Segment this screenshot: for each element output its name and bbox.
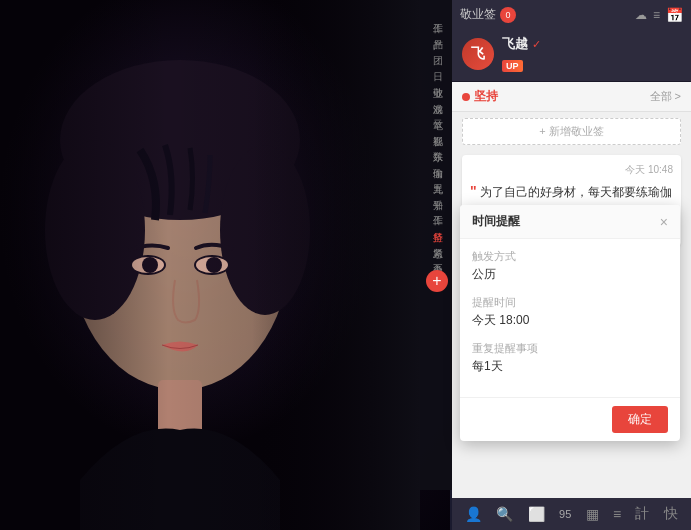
popup-title: 时间提醒 xyxy=(472,213,520,230)
sidebar-item-movie[interactable]: 影视 xyxy=(427,120,447,136)
popup-body: 触发方式 公历 提醒时间 今天 18:00 重复提醒事项 每1天 xyxy=(460,239,680,397)
grid-icon[interactable]: ⬜ xyxy=(524,502,549,526)
quick-icon[interactable]: 快 xyxy=(660,501,682,527)
sidebar-item-persist[interactable]: 坚持 xyxy=(427,216,447,232)
sidebar-item-product[interactable]: 产品 xyxy=(427,24,447,40)
list-icon[interactable]: ≡ xyxy=(609,502,625,526)
notification-badge: 0 xyxy=(500,7,516,23)
sidebar-item-zhihu[interactable]: 知乎 xyxy=(427,184,447,200)
profile-icon[interactable]: 👤 xyxy=(461,502,486,526)
person-image xyxy=(0,0,420,530)
user-name: 飞越 xyxy=(502,35,528,53)
popup-close-button[interactable]: × xyxy=(660,214,668,230)
sidebar-item-urgent[interactable]: 紧急 xyxy=(427,232,447,248)
sidebar-item-team[interactable]: 团 xyxy=(427,40,447,56)
verified-icon: ✓ xyxy=(532,38,541,51)
repeat-label: 重复提醒事项 xyxy=(472,341,668,356)
trigger-row: 触发方式 公历 xyxy=(472,249,668,283)
sidebar-item-work1[interactable]: 工作 xyxy=(427,8,447,24)
sidebar-item-music[interactable]: 数乐 xyxy=(427,136,447,152)
user-bar: 飞 飞越 ✓ UP xyxy=(452,29,691,82)
sidebar-item-jiuli[interactable]: 九里 xyxy=(427,168,447,184)
sidebar-item-day[interactable]: 日 xyxy=(427,56,447,72)
stats-icon[interactable]: 計 xyxy=(631,501,653,527)
user-name-row: 飞越 ✓ xyxy=(502,35,681,53)
menu-icon[interactable]: ≡ xyxy=(653,8,660,22)
trigger-label: 触发方式 xyxy=(472,249,668,264)
add-note-button[interactable]: + 新增敬业签 xyxy=(462,118,681,145)
sidebar-item-game[interactable]: 游戏 xyxy=(427,88,447,104)
sidebar-item-cloud[interactable]: 云笔 xyxy=(427,104,447,120)
repeat-row: 重复提醒事项 每1天 xyxy=(472,341,668,375)
user-info: 飞越 ✓ UP xyxy=(502,35,681,73)
quote-mark: " xyxy=(470,183,477,199)
avatar: 飞 xyxy=(462,38,494,70)
add-category-button[interactable]: + xyxy=(426,270,448,292)
trigger-value[interactable]: 公历 xyxy=(472,266,668,283)
category-dot xyxy=(462,93,470,101)
time-value[interactable]: 今天 18:00 xyxy=(472,312,668,329)
confirm-button[interactable]: 确定 xyxy=(612,406,668,433)
panel-header-left: 敬业签 0 xyxy=(460,6,516,23)
time-row: 提醒时间 今天 18:00 xyxy=(472,295,668,329)
category-label: 坚持 xyxy=(474,88,498,105)
category-tag: 坚持 xyxy=(462,88,498,105)
panel-title: 敬业签 xyxy=(460,6,496,23)
sidebar-item-noturgent[interactable]: 不急 xyxy=(427,248,447,264)
category-bar: 坚持 全部 > xyxy=(452,82,691,112)
all-link[interactable]: 全部 > xyxy=(650,89,681,104)
layout-icon[interactable]: ▦ xyxy=(582,502,603,526)
repeat-value[interactable]: 每1天 xyxy=(472,358,668,375)
up-badge: UP xyxy=(502,60,523,72)
header-icons: ☁ ≡ 📅 xyxy=(635,7,683,23)
panel-header: 敬业签 0 ☁ ≡ 📅 xyxy=(452,0,691,29)
calendar-icon[interactable]: 📅 xyxy=(666,7,683,23)
popup-footer: 确定 xyxy=(460,397,680,441)
bottom-toolbar: 👤 🔍 ⬜ 95 ▦ ≡ 計 快 xyxy=(452,498,691,530)
time-label: 提醒时间 xyxy=(472,295,668,310)
reminder-popup: 时间提醒 × 触发方式 公历 提醒时间 今天 18:00 重复提醒事项 每1天 … xyxy=(460,205,680,441)
background-photo xyxy=(0,0,450,530)
cloud-icon[interactable]: ☁ xyxy=(635,8,647,22)
sidebar-item-work2[interactable]: 工作 xyxy=(427,200,447,216)
note-timestamp: 今天 10:48 xyxy=(470,163,673,177)
svg-rect-14 xyxy=(0,0,420,530)
sidebar-item-yoga[interactable]: 瑜伽 xyxy=(427,152,447,168)
count-badge: 95 xyxy=(555,504,575,524)
left-sidebar: 工作 产品 团 日 敬业 游戏 云笔 影视 数乐 瑜伽 九里 知乎 工作 坚持 … xyxy=(420,0,454,490)
search-icon[interactable]: 🔍 xyxy=(492,502,517,526)
popup-header: 时间提醒 × xyxy=(460,205,680,239)
sidebar-item-jingye[interactable]: 敬业 xyxy=(427,72,447,88)
